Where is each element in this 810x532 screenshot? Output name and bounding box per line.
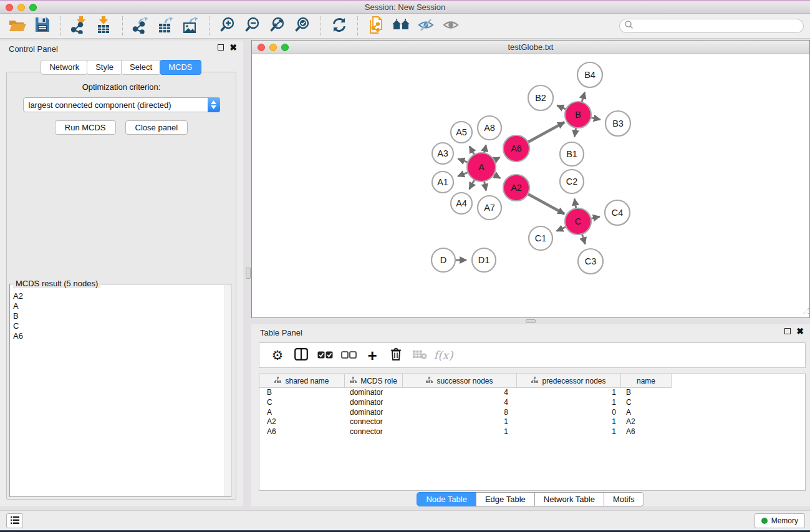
table-cell: 1 bbox=[517, 417, 621, 427]
search-field[interactable] bbox=[619, 19, 804, 33]
zoom-selected-button[interactable] bbox=[290, 15, 315, 37]
result-item[interactable]: B bbox=[11, 311, 224, 321]
table-row[interactable]: Adominator80A bbox=[259, 407, 805, 417]
close-network-button[interactable] bbox=[258, 44, 265, 51]
column-header-predecessor-nodes[interactable]: predecessor nodes bbox=[517, 374, 621, 388]
delete-column-button[interactable] bbox=[384, 344, 408, 367]
column-header-MCDS-role[interactable]: MCDS role bbox=[345, 374, 403, 388]
task-history-button[interactable] bbox=[6, 513, 23, 528]
tab-style[interactable]: Style bbox=[87, 60, 122, 75]
table-row[interactable]: Bdominator41B bbox=[259, 388, 805, 398]
horizontal-splitter-handle[interactable] bbox=[526, 319, 536, 323]
memory-button[interactable]: Memory bbox=[755, 513, 805, 528]
resize-grip-icon[interactable] bbox=[801, 306, 809, 317]
import-table-button[interactable] bbox=[92, 15, 117, 37]
result-item[interactable]: A2 bbox=[11, 291, 224, 301]
zoom-network-button[interactable] bbox=[281, 44, 289, 51]
optimization-criterion-select[interactable]: largest connected component (directed) bbox=[23, 97, 220, 112]
export-image-button[interactable] bbox=[178, 15, 203, 37]
open-session-button[interactable] bbox=[5, 15, 30, 37]
close-panel-button[interactable]: Close panel bbox=[125, 120, 188, 135]
table-cell: dominator bbox=[345, 398, 403, 407]
column-header-name[interactable]: name bbox=[621, 374, 672, 388]
deselect-all-rows-button[interactable] bbox=[337, 344, 360, 367]
node-label-C2: C2 bbox=[566, 177, 578, 186]
zoom-selected-icon bbox=[294, 16, 311, 36]
column-header-successor-nodes[interactable]: successor nodes bbox=[403, 374, 517, 388]
table-body[interactable]: Bdominator41BCdominator41CAdominator80AA… bbox=[259, 388, 805, 437]
export-table-button[interactable] bbox=[153, 15, 178, 37]
network-window-titlebar[interactable]: testGlobe.txt bbox=[252, 41, 809, 54]
zoom-out-icon bbox=[244, 16, 261, 36]
result-item[interactable]: A bbox=[11, 301, 224, 311]
delete-table-button[interactable] bbox=[408, 344, 432, 367]
close-panel-icon[interactable]: ✖ bbox=[229, 44, 237, 51]
clone-network-button[interactable] bbox=[364, 15, 388, 37]
table-settings-button[interactable]: ⚙ bbox=[266, 344, 289, 367]
tab-select[interactable]: Select bbox=[121, 60, 161, 75]
show-graphics-details-button[interactable] bbox=[438, 15, 463, 37]
edge-A6-B[interactable] bbox=[527, 122, 564, 143]
tab-network-table[interactable]: Network Table bbox=[534, 492, 604, 506]
criterion-label: Optimization criterion: bbox=[7, 82, 236, 92]
refresh-layout-button[interactable] bbox=[327, 15, 352, 37]
clone-network-icon bbox=[368, 16, 384, 36]
mcds-result-list[interactable]: A2ABCA6 bbox=[11, 285, 224, 496]
select-all-rows-button[interactable] bbox=[313, 344, 337, 367]
home-view-button[interactable] bbox=[388, 15, 413, 37]
network-graph[interactable]: B4B2BB3A8A5A6A3B1AA1C2A2A4A7C4CC1C3DD1 bbox=[252, 54, 809, 317]
memory-label: Memory bbox=[771, 516, 798, 525]
tab-node-table[interactable]: Node Table bbox=[417, 492, 476, 506]
node-table[interactable]: shared nameMCDS rolesuccessor nodesprede… bbox=[259, 374, 806, 491]
function-builder-button[interactable]: f(x) bbox=[432, 344, 455, 367]
toolbar-separator bbox=[122, 16, 123, 36]
open-folder-icon bbox=[8, 17, 27, 35]
session-title: Session: New Session bbox=[0, 1, 810, 13]
close-window-button[interactable] bbox=[6, 4, 13, 11]
import-table-icon bbox=[96, 16, 112, 36]
vertical-splitter-handle[interactable] bbox=[246, 268, 251, 279]
result-scrollbar[interactable] bbox=[224, 285, 230, 496]
add-column-button[interactable]: + bbox=[360, 344, 384, 367]
float-panel-icon[interactable] bbox=[218, 44, 224, 51]
table-row[interactable]: Cdominator41C bbox=[259, 398, 805, 408]
zoom-in-button[interactable] bbox=[215, 15, 240, 37]
table-row[interactable]: A6connector11A6 bbox=[259, 427, 805, 437]
edge-A2-C[interactable] bbox=[527, 193, 564, 214]
table-row[interactable]: A2connector11A2 bbox=[259, 417, 805, 427]
control-panel-tabs: NetworkStyleSelectMCDS bbox=[0, 60, 243, 75]
node-label-B3: B3 bbox=[612, 118, 624, 128]
zoom-fit-button[interactable] bbox=[265, 15, 290, 37]
table-header-row[interactable]: shared nameMCDS rolesuccessor nodesprede… bbox=[259, 374, 805, 388]
column-header-shared-name[interactable]: shared name bbox=[259, 374, 345, 388]
zoom-in-icon bbox=[219, 16, 236, 36]
save-session-button[interactable] bbox=[30, 15, 55, 37]
tab-mcds[interactable]: MCDS bbox=[160, 60, 201, 75]
zoom-window-button[interactable] bbox=[29, 4, 37, 11]
minimize-network-button[interactable] bbox=[269, 44, 277, 51]
table-cell: 1 bbox=[403, 417, 517, 427]
column-visibility-button[interactable] bbox=[289, 344, 313, 367]
export-table-icon bbox=[157, 16, 175, 36]
control-panel: Control Panel ✖ NetworkStyleSelectMCDS O… bbox=[0, 41, 243, 506]
tab-network[interactable]: Network bbox=[41, 60, 88, 75]
zoom-fit-icon bbox=[269, 16, 286, 36]
result-item[interactable]: C bbox=[11, 321, 224, 331]
hide-graphics-details-button[interactable] bbox=[413, 15, 438, 37]
run-mcds-button[interactable]: Run MCDS bbox=[55, 120, 116, 135]
export-network-button[interactable] bbox=[128, 15, 153, 37]
zoom-out-button[interactable] bbox=[240, 15, 265, 37]
close-panel-icon[interactable]: ✖ bbox=[796, 328, 804, 334]
minimize-window-button[interactable] bbox=[17, 4, 25, 11]
tab-edge-table[interactable]: Edge Table bbox=[476, 492, 535, 506]
import-network-button[interactable] bbox=[67, 15, 92, 37]
toolbar-separator bbox=[321, 16, 321, 36]
search-input[interactable] bbox=[634, 21, 803, 32]
result-item[interactable]: A6 bbox=[11, 331, 224, 341]
window-controls[interactable] bbox=[6, 4, 37, 11]
network-canvas[interactable]: B4B2BB3A8A5A6A3B1AA1C2A2A4A7C4CC1C3DD1 bbox=[252, 54, 809, 317]
table-toolbar: ⚙ + f(x) bbox=[259, 342, 806, 368]
fx-icon: f(x) bbox=[434, 349, 453, 362]
tab-motifs[interactable]: Motifs bbox=[604, 492, 644, 506]
float-panel-icon[interactable] bbox=[784, 328, 791, 334]
